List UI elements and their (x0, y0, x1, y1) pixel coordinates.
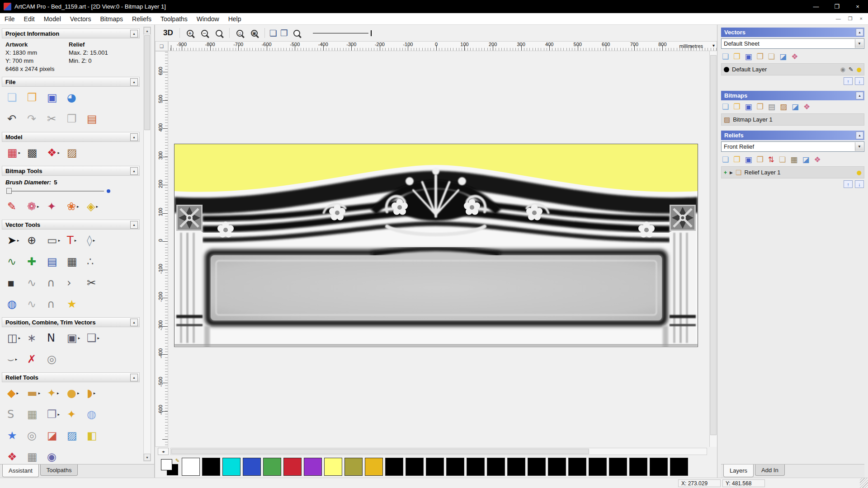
bitmap-to-vector-icon[interactable]: ▦ (67, 256, 87, 267)
line-width-preview[interactable] (313, 29, 372, 37)
cut-icon[interactable]: ✂ (47, 113, 67, 124)
slice-vectors-icon[interactable]: ⌣▸ (7, 354, 27, 365)
create-text-icon[interactable]: T▸ (67, 235, 87, 246)
add-subtract-relief-icon[interactable]: ●▸ (67, 388, 87, 399)
collapse-section-button[interactable]: ▲ (130, 319, 138, 326)
polyline-segment-icon[interactable]: › (67, 277, 87, 288)
layer-colour-swatch[interactable] (724, 67, 729, 72)
menu-item[interactable]: Model (39, 13, 66, 24)
mdi-minimize-button[interactable]: — (836, 16, 841, 22)
slider-handle[interactable] (6, 188, 12, 194)
redo-icon[interactable]: ↷ (27, 113, 47, 124)
text-block-icon[interactable]: ▤ (47, 256, 67, 267)
vector-doctor-icon[interactable]: ✗ (27, 354, 47, 365)
colour-swatch[interactable] (365, 458, 383, 476)
menu-item[interactable]: Edit (19, 13, 39, 24)
turn-model-icon[interactable]: ▦ (27, 451, 47, 462)
export-vectors-icon[interactable]: ❏ (768, 53, 775, 61)
texture-relief-icon[interactable]: ▦ (27, 409, 47, 420)
menu-item[interactable]: Bitmaps (96, 13, 128, 24)
tab-toolpaths[interactable]: Toolpaths (40, 465, 78, 476)
relief-sculpt-icon[interactable]: ❖▸ (47, 147, 67, 158)
set-model-size-icon[interactable]: ▦▸ (7, 147, 27, 158)
window-minimize-button[interactable]: — (806, 0, 826, 13)
greyscale-view-icon[interactable]: ▤ (768, 103, 775, 111)
menu-item[interactable]: Toolpaths (156, 13, 192, 24)
collapse-section-button[interactable]: ▲ (130, 221, 138, 229)
fit-spiral-icon[interactable]: ◎ (47, 354, 67, 365)
pane-split-button[interactable]: ◂▸ (158, 448, 169, 455)
toggle-3d-view-button[interactable]: 3D (161, 28, 175, 38)
transform-vectors-icon[interactable]: ⊕ (27, 235, 47, 246)
create-polyline-icon[interactable]: ∿ (7, 256, 27, 267)
colour-swatch[interactable] (507, 458, 525, 476)
left-panel-scrollbar[interactable]: ▲ ▼ (143, 27, 151, 461)
save-bitmap-layer-icon[interactable]: ▣ (745, 103, 752, 111)
create-point-icon[interactable]: ▪ (7, 277, 27, 288)
colour-swatch[interactable] (568, 458, 586, 476)
menu-item[interactable]: Reliefs (127, 13, 156, 24)
model-transfer-icon[interactable]: ◕ (67, 92, 87, 103)
zoom-in-icon[interactable]: + (184, 28, 196, 39)
ruler-options-icon[interactable]: ▾ (712, 43, 715, 48)
zoom-out-icon[interactable]: − (199, 28, 210, 39)
bitmap-colours-icon[interactable]: ❖ (803, 103, 810, 111)
move-layer-up-button[interactable]: ↑ (844, 77, 853, 85)
collapse-section-button[interactable]: ▲ (856, 131, 863, 139)
new-relief-layer-icon[interactable]: ❏ (722, 156, 729, 164)
collapse-section-button[interactable]: ▲ (130, 167, 138, 175)
colour-swatch[interactable] (589, 458, 607, 476)
collapse-section-button[interactable]: ▲ (130, 133, 138, 141)
collapse-section-button[interactable]: ▲ (130, 78, 138, 86)
colour-swatch[interactable] (670, 458, 688, 476)
relief-grid-icon[interactable]: ▦ (790, 156, 797, 164)
resize-grip[interactable] (860, 478, 868, 488)
chevron-down-icon[interactable]: ▼ (855, 39, 863, 48)
move-layer-up-button[interactable]: ↑ (844, 180, 853, 188)
extrude-icon[interactable]: ◧ (87, 430, 107, 441)
vertical-scrollbar[interactable] (709, 51, 717, 447)
copy-icon[interactable]: ❐ (67, 113, 87, 124)
edit-layer-colour-icon[interactable]: ✎ (849, 66, 854, 73)
colour-swatch[interactable] (629, 458, 647, 476)
zoom-selected-icon[interactable] (291, 28, 302, 39)
create-arc-icon[interactable]: ∩ (47, 277, 67, 288)
mdi-restore-button[interactable]: ❐ (848, 16, 853, 22)
delete-vector-layer-icon[interactable]: ◪ (779, 53, 787, 61)
transfer-relief-icon[interactable]: ⇅ (768, 156, 774, 164)
headboard-relief-artwork[interactable] (175, 144, 698, 347)
move-layer-down-button[interactable]: ↓ (855, 77, 864, 85)
relief-from-image-icon[interactable]: ❐▸ (47, 409, 67, 420)
brush-diameter-slider[interactable] (6, 188, 110, 195)
horizontal-scrollbar[interactable] (170, 448, 707, 455)
group-vectors-icon[interactable]: ▣▸ (67, 333, 87, 343)
snap-options-icon[interactable]: ✚ (27, 256, 47, 267)
open-model-icon[interactable]: ❐ (27, 92, 47, 103)
collapse-section-button[interactable]: ▲ (856, 28, 863, 36)
fillet-icon[interactable]: ∿ (27, 299, 47, 310)
colour-swatch[interactable] (426, 458, 444, 476)
model-notes-icon[interactable]: ▩ (27, 147, 47, 158)
scrollbar-thumb[interactable] (144, 35, 150, 130)
zoom-page-icon[interactable]: ❏ (269, 28, 277, 38)
load-bitmap-icon[interactable]: ▨ (67, 147, 87, 158)
save-model-icon[interactable]: ▣ (47, 92, 67, 103)
vector-wizard-icon[interactable]: ★ (67, 299, 87, 310)
colour-swatch[interactable] (446, 458, 464, 476)
node-editing-icon[interactable]: ∴ (87, 256, 107, 267)
colour-swatch[interactable] (406, 458, 424, 476)
import-relief-icon[interactable]: ❐ (757, 156, 764, 164)
menu-item[interactable]: Vectors (66, 13, 96, 24)
weld-vectors-icon[interactable]: ❑▸ (87, 333, 107, 343)
import-bitmap-icon[interactable]: ❐ (757, 103, 764, 111)
colour-swatch[interactable] (528, 458, 546, 476)
mdi-close-button[interactable]: × (860, 16, 863, 22)
tab-addin[interactable]: Add In (755, 465, 785, 476)
bitmap-layer-row[interactable]: ▨ Bitmap Layer 1 (721, 113, 864, 126)
undo-icon[interactable]: ↶ (7, 113, 27, 124)
measure-icon[interactable]: ◊▸ (87, 235, 107, 246)
join-vectors-icon[interactable]: ∩ (47, 299, 67, 310)
primary-secondary-colour[interactable]: ✎ (160, 458, 179, 476)
paint-selective-icon[interactable]: ❁▸ (27, 201, 47, 212)
tab-layers[interactable]: Layers (723, 465, 754, 477)
